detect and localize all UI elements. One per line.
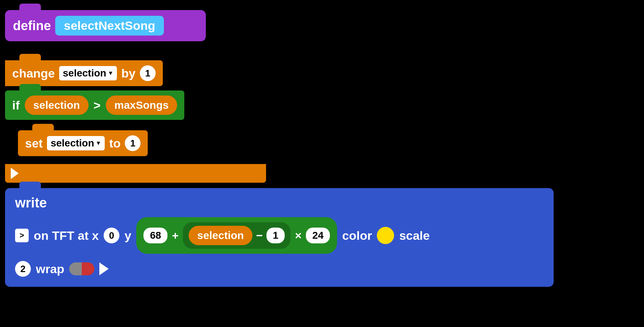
write-color-circle[interactable] [377,227,394,244]
change-label: change [12,66,55,80]
expr-plus: + [172,229,179,242]
set-to-label: to [109,136,120,150]
write-row1: > on TFT at x 0 y 68 + selection − 1 × 2… [15,217,544,254]
expr-num3[interactable]: 24 [306,228,330,243]
set-variable-name: selection [51,137,94,149]
change-dropdown-arrow[interactable]: ▼ [108,70,113,76]
write-arrow-box[interactable]: > [15,229,29,242]
write-num4[interactable]: 2 [15,261,31,277]
expr-minus: − [256,229,263,242]
define-block[interactable]: define selectNextSong [5,10,206,41]
change-variable-pill[interactable]: selection ▼ [59,66,117,80]
write-color-label: color [342,229,372,243]
if-label: if [12,98,20,112]
write-on-tft: on TFT at x [34,229,99,243]
expr-num1[interactable]: 68 [143,228,167,243]
workspace: define selectNextSong change selection ▼… [0,0,644,327]
end-if-triangle [11,168,19,179]
write-x-val[interactable]: 0 [104,228,119,243]
green-expression[interactable]: 68 + selection − 1 × 24 [136,217,337,254]
expr-times: × [295,229,302,242]
write-title: write [15,195,544,211]
write-wrap-label: wrap [36,262,64,276]
if-block[interactable]: if selection > maxSongs [5,90,184,120]
inner-green-expression[interactable]: selection − 1 [183,222,290,249]
write-end-triangle [99,262,109,275]
if-var2[interactable]: maxSongs [106,95,177,115]
write-y-label: y [124,229,131,243]
expr-var[interactable]: selection [189,226,252,245]
set-value[interactable]: 1 [125,135,141,151]
if-var1[interactable]: selection [25,95,89,115]
change-variable-name: selection [63,67,106,79]
write-row2: 2 wrap [15,261,544,277]
define-name-pill[interactable]: selectNextSong [55,16,164,36]
end-if-block [5,164,266,183]
if-operator: > [94,98,101,112]
change-by-label: by [121,66,136,80]
change-block[interactable]: change selection ▼ by 1 [5,60,163,86]
expr-num2[interactable]: 1 [266,228,285,243]
write-toggle[interactable] [69,262,94,275]
write-scale-label: scale [399,229,430,243]
change-value[interactable]: 1 [140,65,156,81]
set-variable-pill[interactable]: selection ▼ [47,136,105,150]
set-dropdown-arrow[interactable]: ▼ [96,140,101,146]
set-label: set [25,136,43,150]
set-block[interactable]: set selection ▼ to 1 [18,130,148,156]
define-label: define [13,18,51,33]
write-block[interactable]: write > on TFT at x 0 y 68 + selection −… [5,188,554,287]
